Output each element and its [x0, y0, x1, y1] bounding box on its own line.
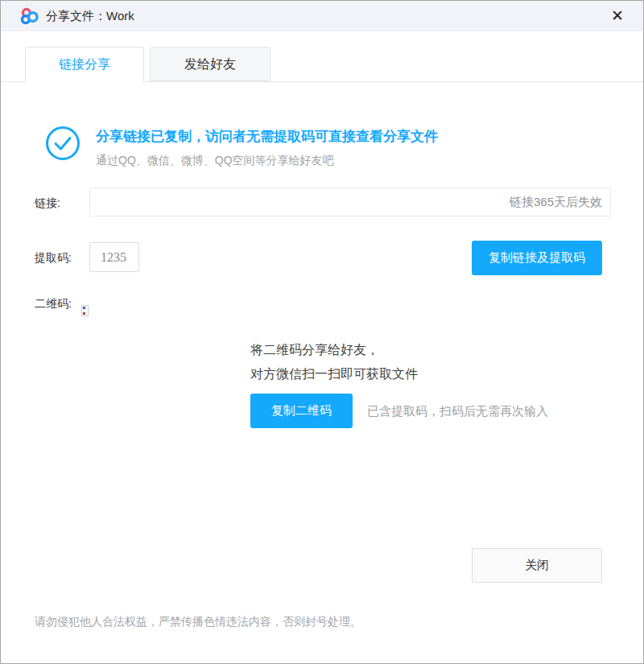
- share-dialog: 分享文件：Work ✕ 链接分享 发给好友 分享链接已复制，访问者无需提取码可直…: [0, 0, 644, 664]
- broken-qr-image-icon: [81, 305, 89, 316]
- tab-link-share[interactable]: 链接分享: [25, 47, 144, 82]
- netdisk-logo-icon: [20, 7, 39, 26]
- link-input[interactable]: 链接365天后失效: [89, 188, 611, 217]
- qr-note-text: 已含提取码，扫码后无需再次输入: [367, 394, 548, 428]
- check-circle-icon: [45, 126, 80, 161]
- tab-send-to-friend[interactable]: 发给好友: [150, 47, 270, 81]
- share-hint-message: 通过QQ、微信、微博、QQ空间等分享给好友吧: [96, 154, 334, 168]
- qr-description-line2: 对方微信扫一扫即可获取文件: [250, 362, 418, 386]
- close-button[interactable]: 关闭: [472, 548, 602, 583]
- window-title: 分享文件：Work: [46, 1, 134, 31]
- code-input[interactable]: 1235: [89, 242, 139, 272]
- qr-description: 将二维码分享给好友， 对方微信扫一扫即可获取文件: [250, 338, 418, 386]
- close-icon[interactable]: ✕: [606, 4, 629, 27]
- disclaimer-text: 请勿侵犯他人合法权益，严禁传播色情违法内容，否则封号处理。: [35, 615, 361, 629]
- title-bar: 分享文件：Work ✕: [1, 1, 643, 31]
- qr-label: 二维码:: [35, 297, 72, 311]
- copy-qr-button[interactable]: 复制二维码: [250, 394, 353, 428]
- link-expiry-text: 链接365天后失效: [510, 188, 602, 216]
- code-label: 提取码:: [35, 251, 72, 266]
- copy-link-and-code-button[interactable]: 复制链接及提取码: [472, 241, 602, 275]
- share-success-message: 分享链接已复制，访问者无需提取码可直接查看分享文件: [96, 127, 438, 146]
- link-label: 链接:: [35, 196, 60, 211]
- qr-description-line1: 将二维码分享给好友，: [250, 338, 418, 362]
